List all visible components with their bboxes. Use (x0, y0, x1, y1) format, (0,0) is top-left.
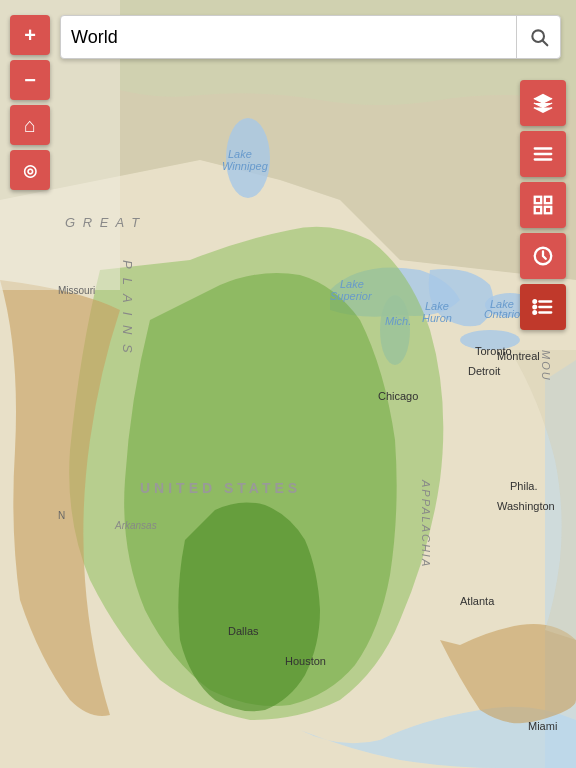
search-button[interactable] (516, 15, 560, 59)
search-input[interactable] (61, 27, 516, 48)
zoom-out-button[interactable]: − (10, 60, 50, 100)
svg-point-22 (533, 311, 536, 314)
list-button[interactable] (520, 131, 566, 177)
history-button[interactable] (520, 233, 566, 279)
map-container: Lake Winnipeg Lake Superior Lake Huron M… (0, 0, 576, 768)
svg-rect-12 (535, 197, 541, 203)
svg-point-20 (533, 300, 536, 303)
svg-point-2 (226, 118, 270, 198)
active-list-button[interactable] (520, 284, 566, 330)
svg-rect-14 (535, 207, 541, 213)
zoom-in-button[interactable]: + (10, 15, 50, 55)
gps-button[interactable]: ◎ (10, 150, 50, 190)
search-bar (60, 15, 561, 59)
right-toolbar (520, 80, 566, 330)
svg-rect-15 (545, 207, 551, 213)
layers-button[interactable] (520, 80, 566, 126)
svg-line-8 (542, 41, 547, 46)
svg-point-5 (460, 330, 520, 350)
grid-button[interactable] (520, 182, 566, 228)
left-toolbar: + − ⌂ ◎ (10, 15, 50, 190)
svg-point-21 (533, 306, 536, 309)
home-button[interactable]: ⌂ (10, 105, 50, 145)
map-background (0, 0, 576, 768)
svg-rect-13 (545, 197, 551, 203)
